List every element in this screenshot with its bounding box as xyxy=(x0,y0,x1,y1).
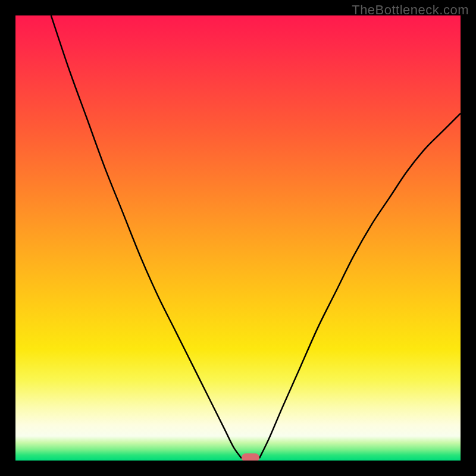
watermark-text: TheBottleneck.com xyxy=(352,2,469,18)
bottleneck-curve xyxy=(15,15,461,461)
chart-frame: TheBottleneck.com xyxy=(0,0,476,476)
curve-left-branch xyxy=(51,15,242,458)
optimal-marker xyxy=(242,453,259,461)
plot-area xyxy=(15,15,461,461)
curve-right-branch xyxy=(259,114,461,459)
